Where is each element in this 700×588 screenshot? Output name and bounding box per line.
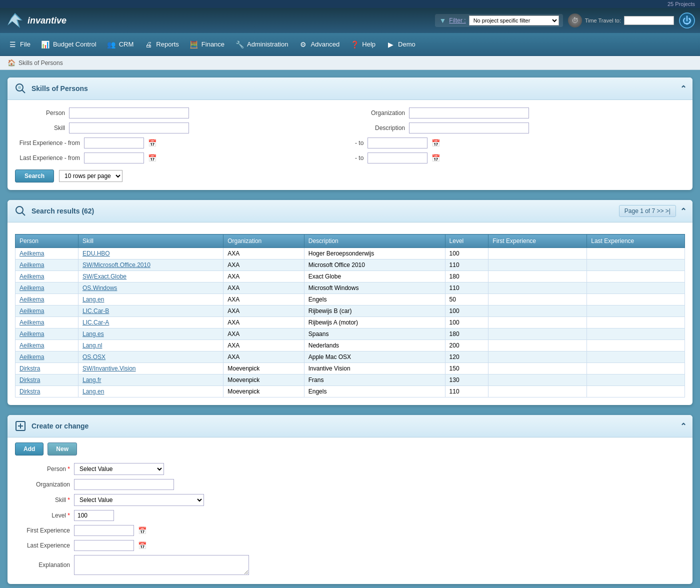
create-skill-select[interactable]: Select Value bbox=[74, 494, 204, 506]
cell-skill[interactable]: SW/Exact.Globe bbox=[78, 271, 224, 282]
pagination-info[interactable]: Page 1 of 7 >> >| bbox=[619, 205, 676, 217]
create-org-row: Organization bbox=[15, 479, 685, 490]
first-exp-to-input[interactable] bbox=[368, 138, 428, 148]
cell-person[interactable]: Dirkstra bbox=[16, 363, 78, 374]
nav-item-finance[interactable]: 🧮 Finance bbox=[184, 36, 230, 52]
cell-skill[interactable]: OS.OSX bbox=[78, 352, 224, 363]
cell-skill[interactable]: Lang.fr bbox=[78, 374, 224, 386]
cal-icon-last-exp[interactable]: 📅 bbox=[138, 542, 146, 550]
create-first-exp-input[interactable] bbox=[74, 525, 134, 536]
nav-item-help[interactable]: ❓ Help bbox=[344, 36, 380, 52]
cal-icon-1[interactable]: 📅 bbox=[148, 139, 156, 147]
cal-icon-4[interactable]: 📅 bbox=[432, 154, 440, 162]
cell-first-exp bbox=[488, 260, 587, 271]
cell-first-exp bbox=[488, 317, 587, 328]
time-travel-input[interactable] bbox=[624, 16, 674, 25]
person-input[interactable] bbox=[69, 108, 189, 118]
cell-level: 100 bbox=[445, 248, 488, 260]
nav-label-admin: Administration bbox=[247, 40, 288, 48]
first-exp-from-input[interactable] bbox=[84, 138, 144, 148]
nav-item-crm[interactable]: 👥 CRM bbox=[102, 36, 139, 52]
create-panel-collapse[interactable]: ⌃ bbox=[680, 422, 686, 431]
cell-last-exp bbox=[587, 271, 685, 282]
cell-person[interactable]: Aeilkema bbox=[16, 271, 78, 282]
table-row: Aeilkema Lang.es AXA Spaans 180 bbox=[16, 328, 685, 340]
time-travel-label: Time Travel to: bbox=[585, 18, 621, 24]
org-input[interactable] bbox=[409, 108, 529, 118]
cell-org: AXA bbox=[224, 294, 304, 306]
search-toolbar: Search 10 rows per page bbox=[15, 170, 685, 182]
nav-item-file[interactable]: ☰ File bbox=[2, 36, 36, 52]
cell-skill[interactable]: Lang.en bbox=[78, 386, 224, 398]
nav-item-budget-control[interactable]: 📊 Budget Control bbox=[36, 36, 102, 52]
filter-select[interactable]: No project specific filter bbox=[469, 16, 559, 26]
cell-skill[interactable]: Lang.nl bbox=[78, 340, 224, 352]
create-toolbar: Add New bbox=[15, 442, 685, 456]
desc-input[interactable] bbox=[409, 122, 529, 134]
create-explanation-textarea[interactable] bbox=[74, 555, 249, 575]
home-icon[interactable]: 🏠 bbox=[8, 59, 16, 66]
cell-desc: Invantive Vision bbox=[304, 363, 445, 374]
results-panel-collapse[interactable]: ⌃ bbox=[680, 206, 686, 216]
last-exp-to-input[interactable] bbox=[368, 152, 428, 164]
cell-first-exp bbox=[488, 386, 587, 398]
nav-item-administration[interactable]: 🔧 Administration bbox=[230, 36, 293, 52]
cell-skill[interactable]: SW/Microsoft.Office.2010 bbox=[78, 260, 224, 271]
cell-person[interactable]: Aeilkema bbox=[16, 260, 78, 271]
cell-skill[interactable]: OS.Windows bbox=[78, 282, 224, 294]
breadcrumb-text: Skills of Persons bbox=[18, 60, 63, 66]
nav-item-reports[interactable]: 🖨 Reports bbox=[138, 36, 184, 52]
create-person-row: Person * Select Value bbox=[15, 463, 685, 475]
cell-desc: Microsoft Windows bbox=[304, 282, 445, 294]
cell-first-exp bbox=[488, 306, 587, 317]
cell-person[interactable]: Aeilkema bbox=[16, 248, 78, 260]
cell-person[interactable]: Aeilkema bbox=[16, 317, 78, 328]
create-org-input[interactable] bbox=[74, 479, 174, 490]
cell-skill[interactable]: Lang.en bbox=[78, 294, 224, 306]
cell-person[interactable]: Aeilkema bbox=[16, 328, 78, 340]
nav-item-advanced[interactable]: ⚙ Advanced bbox=[293, 36, 344, 52]
cell-skill[interactable]: LIC.Car-B bbox=[78, 306, 224, 317]
table-row: Aeilkema Lang.nl AXA Nederlands 200 bbox=[16, 340, 685, 352]
cell-skill[interactable]: Lang.es bbox=[78, 328, 224, 340]
cell-last-exp bbox=[587, 363, 685, 374]
new-button[interactable]: New bbox=[48, 442, 77, 456]
create-level-label: Level * bbox=[15, 512, 70, 519]
nav-item-demo[interactable]: ▶ Demo bbox=[380, 36, 420, 52]
search-right-col: Organization Description - to 📅 - to bbox=[355, 108, 685, 164]
power-button[interactable]: ⏻ bbox=[679, 12, 695, 28]
search-panel-collapse[interactable]: ⌃ bbox=[680, 84, 686, 94]
cell-person[interactable]: Aeilkema bbox=[16, 306, 78, 317]
skill-input[interactable] bbox=[69, 122, 189, 134]
add-button[interactable]: Add bbox=[15, 442, 44, 456]
cell-person[interactable]: Aeilkema bbox=[16, 352, 78, 363]
cell-skill[interactable]: SW/Invantive.Vision bbox=[78, 363, 224, 374]
rows-per-page-select[interactable]: 10 rows per page bbox=[59, 170, 122, 182]
col-level: Level bbox=[445, 234, 488, 248]
create-person-select[interactable]: Select Value bbox=[74, 463, 164, 475]
col-last-exp: Last Experience bbox=[587, 234, 685, 248]
create-last-exp-row: Last Experience 📅 bbox=[15, 540, 685, 551]
cell-first-exp bbox=[488, 328, 587, 340]
search-button[interactable]: Search bbox=[15, 170, 54, 182]
cell-skill[interactable]: EDU.HBO bbox=[78, 248, 224, 260]
cal-icon-first-exp[interactable]: 📅 bbox=[138, 526, 146, 534]
last-exp-from-input[interactable] bbox=[84, 152, 144, 164]
create-level-input[interactable] bbox=[74, 510, 114, 521]
cal-icon-3[interactable]: 📅 bbox=[148, 154, 156, 162]
cell-skill[interactable]: LIC.Car-A bbox=[78, 317, 224, 328]
cell-person[interactable]: Aeilkema bbox=[16, 340, 78, 352]
create-last-exp-input[interactable] bbox=[74, 540, 134, 551]
cell-last-exp bbox=[587, 306, 685, 317]
cell-person[interactable]: Dirkstra bbox=[16, 374, 78, 386]
col-organization: Organization bbox=[224, 234, 304, 248]
cell-last-exp bbox=[587, 260, 685, 271]
cell-person[interactable]: Aeilkema bbox=[16, 282, 78, 294]
filter-link[interactable]: Filter : bbox=[449, 17, 466, 24]
cell-person[interactable]: Dirkstra bbox=[16, 386, 78, 398]
crm-icon: 👥 bbox=[106, 40, 116, 50]
table-row: Dirkstra SW/Invantive.Vision Moevenpick … bbox=[16, 363, 685, 374]
table-row: Dirkstra Lang.en Moevenpick Engels 110 bbox=[16, 386, 685, 398]
cal-icon-2[interactable]: 📅 bbox=[432, 139, 440, 147]
cell-person[interactable]: Aeilkema bbox=[16, 294, 78, 306]
